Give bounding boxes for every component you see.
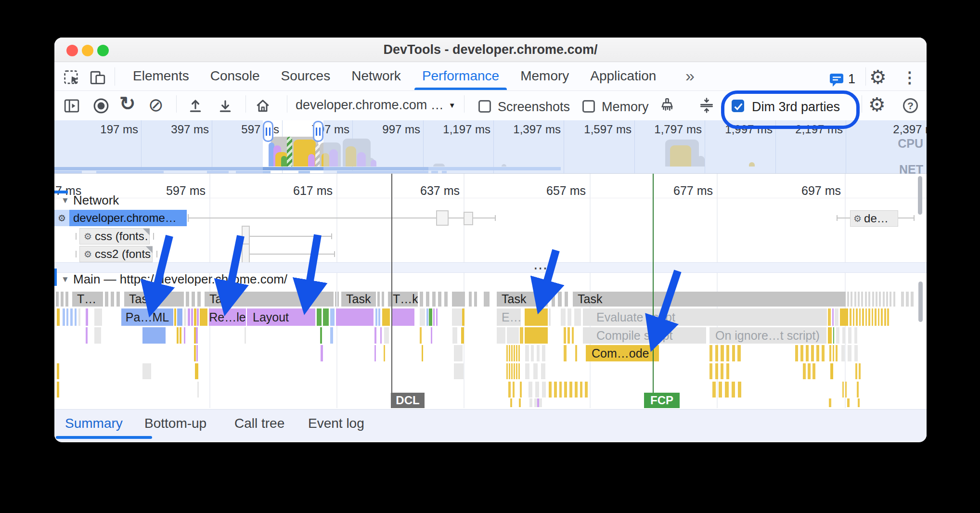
memory-checkbox[interactable]: [582, 100, 595, 113]
flame-bar[interactable]: [462, 308, 464, 326]
flame-bar[interactable]: [191, 308, 193, 326]
flame-stripe[interactable]: [886, 292, 888, 307]
flame-bar[interactable]: [497, 327, 505, 344]
flame-stripe[interactable]: [855, 363, 857, 379]
flame-bar[interactable]: [94, 327, 101, 344]
flame-bar-t-[interactable]: T…: [72, 292, 103, 307]
flame-bar[interactable]: [507, 327, 519, 344]
flame-stripe[interactable]: [878, 308, 880, 326]
flame-stripe[interactable]: [893, 292, 895, 307]
flame-bar[interactable]: [336, 308, 374, 326]
flame-stripe[interactable]: [884, 308, 886, 326]
flame-bar[interactable]: [392, 308, 414, 326]
flame-bar-task[interactable]: Task: [341, 292, 376, 307]
flame-stripe[interactable]: [847, 292, 849, 307]
flame-stripe[interactable]: [539, 398, 542, 407]
flame-stripe[interactable]: [514, 345, 515, 361]
flame-stripe[interactable]: [887, 308, 889, 326]
flame-stripe[interactable]: [438, 292, 441, 307]
flame-bar[interactable]: [830, 363, 833, 379]
flame-stripe[interactable]: [868, 292, 870, 307]
flame-stripe[interactable]: [554, 382, 557, 398]
flame-stripe[interactable]: [842, 382, 844, 398]
flame-bar[interactable]: [86, 308, 88, 326]
flame-bar[interactable]: [174, 308, 176, 326]
flame-bar[interactable]: [320, 327, 322, 344]
screenshots-label[interactable]: Screenshots: [498, 100, 570, 115]
flame-stripe[interactable]: [377, 292, 380, 307]
flame-bar[interactable]: [832, 308, 834, 326]
flame-bar[interactable]: [452, 327, 457, 344]
flame-stripe[interactable]: [901, 292, 904, 307]
flame-bar-evaluate-script[interactable]: Evaluate script: [583, 308, 827, 326]
flame-bar[interactable]: [142, 327, 166, 344]
screenshots-checkbox[interactable]: [478, 100, 491, 113]
flame-bar[interactable]: [57, 382, 59, 398]
more-tabs-icon[interactable]: »: [685, 66, 695, 85]
tab-sources[interactable]: Sources: [281, 62, 330, 90]
flame-stripe[interactable]: [575, 382, 578, 398]
flame-stripe[interactable]: [848, 327, 851, 344]
flame-stripe[interactable]: [514, 363, 515, 379]
flame-bar[interactable]: [510, 398, 512, 407]
flame-bar[interactable]: [835, 308, 838, 326]
flame-bar[interactable]: [508, 382, 511, 398]
flame-bar-t-k[interactable]: T…k: [388, 292, 418, 307]
flame-bar[interactable]: [461, 327, 464, 344]
bottom-tab-summary[interactable]: Summary: [65, 416, 123, 431]
flame-stripe[interactable]: [529, 398, 532, 407]
flame-bar[interactable]: [86, 327, 88, 344]
request-whisker-box[interactable]: [436, 210, 449, 226]
home-icon[interactable]: [254, 97, 271, 114]
tab-application[interactable]: Application: [590, 62, 656, 90]
flame-stripe[interactable]: [569, 382, 572, 398]
flame-bar[interactable]: [317, 308, 322, 326]
flame-bar-e-[interactable]: E…: [497, 308, 521, 326]
flame-stripe[interactable]: [469, 292, 472, 307]
flame-stripe[interactable]: [861, 292, 863, 307]
upload-profile-icon[interactable]: [187, 98, 204, 114]
flame-bar[interactable]: [549, 308, 551, 326]
flame-bar[interactable]: [378, 308, 380, 326]
flame-bar[interactable]: [194, 345, 196, 361]
record-icon[interactable]: [92, 98, 110, 114]
flame-stripe[interactable]: [836, 327, 839, 344]
flame-bar[interactable]: [829, 398, 831, 407]
flame-stripe[interactable]: [854, 345, 858, 361]
reload-record-icon[interactable]: ↻: [119, 92, 136, 115]
capture-settings-gear-icon[interactable]: ⚙: [868, 93, 886, 115]
flame-stripe[interactable]: [712, 382, 716, 398]
flame-stripe[interactable]: [732, 382, 735, 398]
flame-stripe[interactable]: [800, 345, 803, 361]
network-request-de[interactable]: ⚙ de…: [850, 210, 898, 227]
flame-stripe[interactable]: [382, 292, 384, 307]
flame-stripe[interactable]: [829, 345, 831, 361]
flame-stripe[interactable]: [709, 363, 712, 379]
flame-stripe[interactable]: [509, 345, 510, 361]
flame-stripe[interactable]: [911, 292, 914, 307]
flame-stripe[interactable]: [732, 345, 735, 361]
flame-bar[interactable]: [828, 327, 832, 344]
flame-stripe[interactable]: [811, 345, 814, 361]
flame-bar[interactable]: [195, 363, 198, 379]
flame-stripe[interactable]: [726, 345, 729, 361]
garbage-collect-icon[interactable]: [658, 97, 676, 114]
flame-stripe[interactable]: [890, 292, 891, 307]
flame-stripe[interactable]: [806, 345, 809, 361]
tab-console[interactable]: Console: [210, 62, 260, 90]
flame-bar[interactable]: [321, 345, 323, 361]
origin-selector-dropdown[interactable]: developer.chrome.com … ▼: [296, 98, 456, 113]
flame-bar[interactable]: [245, 327, 246, 344]
flame-bar[interactable]: [184, 308, 186, 326]
flame-stripe[interactable]: [511, 363, 513, 379]
flame-bar[interactable]: [330, 327, 333, 344]
flame-stripe[interactable]: [721, 345, 723, 361]
flame-stripe[interactable]: [848, 345, 851, 361]
flame-stripe[interactable]: [816, 345, 819, 361]
flame-stripe[interactable]: [511, 345, 513, 361]
flame-stripe[interactable]: [872, 308, 874, 326]
flame-bar-task[interactable]: Task: [573, 292, 846, 307]
flame-bar[interactable]: [537, 398, 539, 407]
flame-stripe[interactable]: [432, 292, 436, 307]
flame-bar[interactable]: [575, 345, 577, 361]
